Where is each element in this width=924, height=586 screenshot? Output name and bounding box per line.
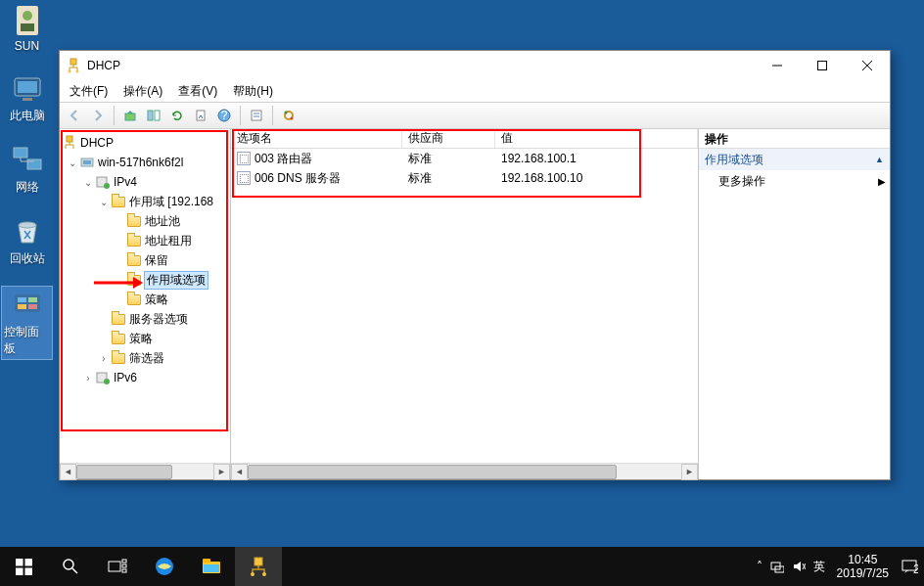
app-icon xyxy=(66,58,81,73)
menubar: 文件(F) 操作(A) 查看(V) 帮助(H) xyxy=(60,80,890,102)
tree-ipv6[interactable]: › IPv6 xyxy=(62,368,228,387)
show-hide-tree-button[interactable] xyxy=(143,105,164,126)
svg-rect-35 xyxy=(83,160,91,164)
svg-rect-53 xyxy=(203,559,210,563)
tree-root-dhcp[interactable]: DHCP xyxy=(62,133,228,153)
window-title: DHCP xyxy=(87,59,755,72)
tree-scope[interactable]: ⌄ 作用域 [192.168 xyxy=(62,192,228,211)
svg-rect-13 xyxy=(28,304,37,309)
tray-network-icon[interactable] xyxy=(770,560,784,573)
svg-rect-42 xyxy=(24,559,32,566)
scroll-left-button[interactable]: ◄ xyxy=(231,464,248,480)
tree-label: IPv6 xyxy=(114,371,137,384)
action-pane: 操作 作用域选项 ▲ 更多操作 ▶ xyxy=(699,129,890,479)
cell-name: 006 DNS 服务器 xyxy=(254,170,341,187)
svg-point-57 xyxy=(262,572,266,576)
titlebar[interactable]: DHCP xyxy=(60,51,890,80)
svg-point-39 xyxy=(104,379,110,384)
tree-pane: DHCP ⌄ win-517h6nk6f2l ⌄ IPv4 ⌄ 作用域 [192… xyxy=(60,129,231,479)
tray-volume-icon[interactable] xyxy=(792,560,806,573)
svg-point-31 xyxy=(285,112,288,114)
action-label: 更多操作 xyxy=(718,173,765,190)
tree-label: IPv4 xyxy=(114,175,137,189)
svg-rect-48 xyxy=(122,560,126,563)
svg-rect-6 xyxy=(14,148,27,158)
close-button[interactable] xyxy=(845,51,890,80)
list-row[interactable]: 003 路由器 标准 192.168.100.1 xyxy=(231,149,698,168)
svg-rect-44 xyxy=(24,567,32,575)
actions-section[interactable]: 作用域选项 ▲ xyxy=(699,149,890,170)
svg-rect-43 xyxy=(16,567,23,575)
desktop-icon-label: 此电脑 xyxy=(10,108,45,124)
desktop-icon-network[interactable]: 网络 xyxy=(2,144,52,196)
cell-value: 192.168.100.10 xyxy=(495,171,698,185)
tree-label: DHCP xyxy=(80,136,114,150)
tray-chevron-icon[interactable]: ˄ xyxy=(757,560,762,573)
tree-leases[interactable]: 地址租用 xyxy=(62,231,228,250)
tree-reservations[interactable]: 保留 xyxy=(62,250,228,270)
svg-point-16 xyxy=(76,70,79,73)
tree-filters[interactable]: › 筛选器 xyxy=(62,348,228,368)
tree-ipv4[interactable]: ⌄ IPv4 xyxy=(62,172,228,192)
scroll-left-button[interactable]: ◄ xyxy=(60,464,76,480)
scroll-right-button[interactable]: ► xyxy=(681,464,698,480)
cell-name: 003 路由器 xyxy=(254,151,312,167)
desktop-icon-recycle[interactable]: 回收站 xyxy=(2,215,52,267)
svg-rect-47 xyxy=(109,562,120,571)
svg-rect-4 xyxy=(18,81,37,93)
tree-address-pool[interactable]: 地址池 xyxy=(62,211,228,231)
desktop-icon-controlpanel[interactable]: 控制面板 xyxy=(2,287,52,359)
svg-rect-9 xyxy=(15,294,40,312)
menu-help[interactable]: 帮助(H) xyxy=(225,81,281,102)
tree-server-options[interactable]: 服务器选项 xyxy=(62,309,228,329)
tree-scope-policies[interactable]: 策略 xyxy=(62,290,228,309)
tree-label: 作用域 [192.168 xyxy=(129,194,213,210)
tree-label: 地址池 xyxy=(145,213,180,230)
menu-view[interactable]: 查看(V) xyxy=(170,81,225,102)
svg-rect-18 xyxy=(818,62,827,70)
desktop-icon-sun[interactable]: SUN xyxy=(2,4,52,53)
clock-time: 10:45 xyxy=(837,553,889,566)
col-vendor[interactable]: 供应商 xyxy=(402,129,495,148)
tree-server-policies[interactable]: 策略 xyxy=(62,329,228,348)
svg-text:2: 2 xyxy=(913,563,918,575)
tray-notifications-icon[interactable]: 2 xyxy=(901,558,918,575)
taskview-button[interactable] xyxy=(94,547,141,586)
tree-hscrollbar[interactable]: ◄ ► xyxy=(60,463,230,479)
desktop-icon-thispc[interactable]: 此电脑 xyxy=(2,72,52,124)
col-option-name[interactable]: 选项名 xyxy=(231,129,402,148)
maximize-button[interactable] xyxy=(800,51,845,80)
up-button[interactable] xyxy=(119,105,141,126)
list-hscrollbar[interactable]: ◄ ► xyxy=(231,463,698,479)
tree-label: 服务器选项 xyxy=(129,311,188,328)
configure-button[interactable] xyxy=(278,105,300,126)
help-button[interactable]: ? xyxy=(213,105,235,126)
col-value[interactable]: 值 xyxy=(495,129,698,148)
tray-ime[interactable]: 英 xyxy=(813,559,825,575)
taskbar-ie[interactable] xyxy=(141,547,188,586)
svg-rect-54 xyxy=(204,564,219,572)
minimize-button[interactable] xyxy=(755,51,800,80)
taskbar-explorer[interactable] xyxy=(188,547,235,586)
refresh-button[interactable] xyxy=(166,105,188,126)
desktop-icon-label: 控制面板 xyxy=(4,324,50,357)
scroll-right-button[interactable]: ► xyxy=(213,464,230,480)
svg-rect-49 xyxy=(122,564,126,567)
svg-point-37 xyxy=(104,183,110,189)
export-button[interactable] xyxy=(190,105,211,126)
option-icon xyxy=(237,152,251,165)
taskbar: ˄ 英 10:45 2019/7/25 2 xyxy=(0,547,924,586)
taskbar-dhcp[interactable] xyxy=(235,547,282,586)
list-header[interactable]: 选项名 供应商 值 xyxy=(231,129,698,149)
search-button[interactable] xyxy=(47,547,94,586)
properties-button[interactable] xyxy=(246,105,267,126)
tree-server[interactable]: ⌄ win-517h6nk6f2l xyxy=(62,153,228,172)
menu-action[interactable]: 操作(A) xyxy=(116,81,170,102)
tray-clock[interactable]: 10:45 2019/7/25 xyxy=(833,553,893,580)
start-button[interactable] xyxy=(0,547,47,586)
menu-file[interactable]: 文件(F) xyxy=(62,81,116,102)
tree-label: 作用域选项 xyxy=(145,272,208,289)
tree-scope-options[interactable]: 作用域选项 xyxy=(62,270,228,290)
list-row[interactable]: 006 DNS 服务器 标准 192.168.100.10 xyxy=(231,168,698,188)
action-more[interactable]: 更多操作 ▶ xyxy=(699,170,890,192)
